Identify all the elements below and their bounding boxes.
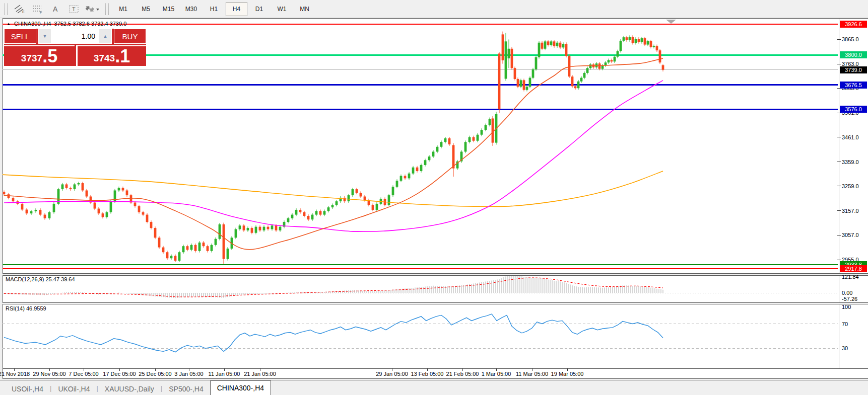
- time-axis-label: 7 Dec 05:00: [69, 371, 98, 377]
- quote-open: 3752.5: [54, 21, 71, 27]
- symbol-tab-xauusd-daily[interactable]: XAUUSD-,Daily: [98, 383, 161, 395]
- timeframe-button-d1[interactable]: D1: [248, 2, 270, 16]
- quote-close: 3739.0: [110, 21, 127, 27]
- symbol-tab-sp500-h4[interactable]: SP500-,H4: [162, 383, 210, 395]
- time-axis-label: 29 Nov 05:00: [33, 371, 65, 377]
- time-axis-label: 25 Dec 05:00: [139, 371, 171, 377]
- symbol-tab-usoil-h4[interactable]: USOil-,H4: [5, 383, 50, 395]
- quote-low: 3732.4: [91, 21, 108, 27]
- one-click-trading-panel: SELL ▼ 1.00 ▲ BUY 3737.5 3743.1: [4, 29, 146, 66]
- price-tick-label: 3057.0: [842, 232, 859, 238]
- price-tick-label: 3359.0: [842, 159, 859, 165]
- equidistant-channel-tool[interactable]: E: [11, 2, 29, 16]
- timeframe-button-m1[interactable]: M1: [112, 2, 134, 16]
- macd-scale-label: 121.84: [842, 274, 859, 280]
- price-tick-label: 3461.0: [842, 134, 859, 140]
- sell-price-main: 3737: [21, 52, 42, 65]
- rsi-scale-label: 30: [842, 345, 848, 351]
- level-price-badge: 3676.5: [840, 82, 867, 89]
- timeframe-drag-handle[interactable]: [105, 4, 109, 15]
- time-axis-label: 21 Feb 05:00: [446, 371, 479, 377]
- time-axis-label: 3 Jan 05:00: [174, 371, 204, 377]
- time-axis-label: 19 Mar 05:00: [551, 371, 584, 377]
- toolbar-drag-handle[interactable]: [4, 4, 8, 15]
- symbol-tab-ukoil-h4[interactable]: UKOil-,H4: [51, 383, 96, 395]
- chart-header: ▲ CHINA300-,H4 3752.5 3782.6 3732.4 3739…: [7, 21, 126, 28]
- level-price-badge: 3800.0: [840, 51, 867, 58]
- svg-text:E: E: [22, 10, 25, 14]
- macd-scale-label: 0.00: [842, 290, 852, 296]
- rsi-scale-label: 100: [842, 304, 851, 310]
- level-price-badge: 2917.8: [840, 265, 867, 272]
- sell-price-frac: .5: [42, 48, 57, 65]
- buy-price-main: 3743: [94, 52, 115, 65]
- current-price-badge: 3739.0: [840, 66, 867, 73]
- mt4-window: EFAT M1M5M15M30H1H4D1W1MN ▲ CHINA300-,H4…: [0, 0, 868, 395]
- fibonacci-tool[interactable]: F: [29, 2, 47, 16]
- level-price-badge: 3576.0: [840, 106, 867, 113]
- timeframe-button-w1[interactable]: W1: [271, 2, 293, 16]
- macd-scale-label: -57.26: [842, 296, 857, 302]
- time-axis-label: 29 Jan 05:00: [376, 371, 408, 377]
- buy-button[interactable]: BUY: [114, 29, 146, 44]
- timeframe-button-m5[interactable]: M5: [135, 2, 157, 16]
- time-axis-label: 13 Feb 05:00: [411, 371, 444, 377]
- text-tool[interactable]: A: [47, 2, 65, 16]
- time-axis-label: 21 Jan 05:00: [244, 371, 276, 377]
- symbol-tab-bar: USOil-,H4|UKOil-,H4|XAUUSD-,Daily|SP500-…: [0, 380, 868, 395]
- rsi-label: RSI(14) 46.9559: [6, 305, 46, 311]
- timeframe-button-m30[interactable]: M30: [180, 2, 202, 16]
- volume-decrease-button[interactable]: ▼: [39, 29, 51, 43]
- symbol-title: CHINA300-,H4: [14, 21, 51, 27]
- volume-increase-button[interactable]: ▲: [99, 29, 111, 43]
- svg-text:A: A: [53, 5, 58, 13]
- volume-value[interactable]: 1.00: [51, 29, 99, 43]
- volume-stepper: ▼ 1.00 ▲: [38, 29, 112, 44]
- rsi-scale-label: 70: [842, 321, 848, 327]
- arrows-tool[interactable]: [83, 2, 101, 16]
- timeframe-button-m15[interactable]: M15: [158, 2, 179, 16]
- macd-label: MACD(12,26,9) 25.47 39.64: [6, 276, 75, 282]
- time-axis-label: 21 Nov 2018: [0, 371, 30, 377]
- svg-text:T: T: [72, 6, 76, 12]
- price-tick-label: 3259.0: [842, 183, 859, 189]
- sell-button[interactable]: SELL: [4, 29, 36, 44]
- buy-price-frac: .1: [115, 48, 130, 65]
- time-axis-label: 1 Mar 05:00: [482, 371, 511, 377]
- svg-text:F: F: [40, 11, 42, 14]
- time-axis-label: 11 Jan 05:00: [209, 371, 240, 377]
- time-axis-label: 11 Mar 05:00: [516, 371, 548, 377]
- symbol-tab-china300-h4[interactable]: CHINA300-,H4: [210, 380, 271, 395]
- collapse-arrow-icon[interactable]: ▲: [7, 22, 11, 26]
- price-tick-label: 3157.0: [842, 208, 859, 214]
- timeframe-button-mn[interactable]: MN: [294, 2, 315, 16]
- timeframe-button-h4[interactable]: H4: [226, 2, 247, 16]
- textbox-tool[interactable]: T: [65, 2, 83, 16]
- toolbar: EFAT M1M5M15M30H1H4D1W1MN: [0, 0, 868, 18]
- quote-high: 3782.6: [73, 21, 90, 27]
- timeframe-group: M1M5M15M30H1H4D1W1MN: [112, 2, 316, 16]
- sell-price[interactable]: 3737.5: [4, 45, 75, 66]
- timeframe-button-h1[interactable]: H1: [203, 2, 225, 16]
- time-axis-label: 17 Dec 05:00: [103, 371, 136, 377]
- level-price-badge: 3926.6: [840, 21, 867, 28]
- drawing-tools-group: EFAT: [11, 2, 101, 16]
- chart-window: [3, 18, 868, 379]
- buy-price[interactable]: 3743.1: [76, 45, 146, 66]
- price-tick-label: 3865.0: [842, 36, 859, 42]
